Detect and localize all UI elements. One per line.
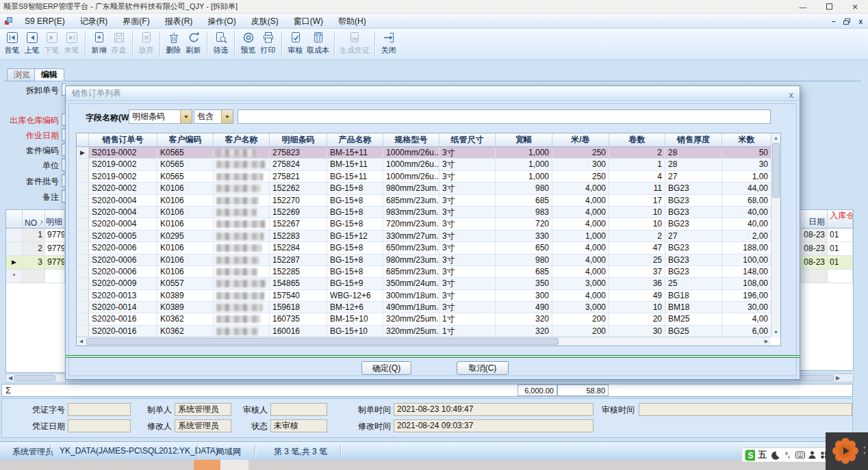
scroll-down-arrow[interactable]: ▼	[771, 328, 780, 337]
column-header-warehouse[interactable]: 入库仓库	[828, 210, 853, 228]
sales-order-row[interactable]: S2020-0004K0106152267BG-15+8720mm/23um..…	[77, 218, 780, 230]
dialog-titlebar[interactable]: 销售订单列表 x	[66, 86, 800, 101]
column-header-1[interactable]: 客户编码	[157, 133, 214, 146]
grid-row[interactable]: 08-2301	[796, 256, 853, 270]
halfmoon-icon[interactable]	[770, 449, 780, 461]
toolbar-button-cost[interactable]: 取成本	[305, 30, 331, 55]
toolbar-button-first-record[interactable]: 首笔	[2, 30, 22, 55]
column-header-4[interactable]: 产品名称	[327, 133, 383, 146]
column-header-date[interactable]: 日期	[796, 210, 828, 228]
sales-order-row[interactable]: S2020-0006K0106152284BG-15+8650mm/23um..…	[77, 242, 780, 254]
footer-field-1-3[interactable]: 2021-08-24 09:03:37	[394, 419, 593, 432]
column-header-6[interactable]: 纸管尺寸	[439, 133, 496, 146]
footer-field-0-4[interactable]	[639, 403, 852, 416]
menu-item-2[interactable]: 界面(F)	[115, 14, 157, 29]
grid-row[interactable]: ▶397792	[6, 256, 65, 270]
h-scrollbar[interactable]: ◀▶	[77, 337, 771, 345]
column-header-10[interactable]: 销售厚度	[665, 133, 722, 146]
footer-field-1-2[interactable]: 未审核	[270, 419, 327, 432]
menu-item-3[interactable]: 报表(R)	[157, 14, 201, 29]
sales-order-row[interactable]: S2020-0014K0389159618BM-12+6490mm/18um..…	[77, 302, 780, 313]
ime-mode-wubi[interactable]: 五	[758, 449, 767, 461]
column-header-9[interactable]: 卷数	[609, 133, 665, 146]
mdi-restore-button[interactable]	[843, 18, 850, 25]
detail-grid-right-fragment[interactable]: 日期入库仓库08-230108-230108-2301	[795, 209, 854, 371]
h-scroll-thumb[interactable]	[86, 338, 559, 345]
sogou-logo-icon[interactable]: S	[745, 449, 755, 461]
v-scrollbar[interactable]: ▲▼	[771, 133, 780, 337]
footer-field-0-3[interactable]: 2021-08-23 10:49:47	[394, 403, 593, 416]
sales-order-row[interactable]: S2020-0009K0557154865BG-15+9350mm/24um..…	[77, 278, 780, 289]
grid-row[interactable]: 08-2301	[796, 242, 853, 256]
mdi-close-button[interactable]: x	[858, 18, 863, 25]
dialog-close-icon[interactable]: x	[789, 88, 794, 102]
toolbar-button-preview[interactable]: 预览	[238, 30, 258, 55]
chevron-down-icon[interactable]	[221, 110, 233, 123]
chevron-down-icon[interactable]	[180, 110, 192, 123]
sales-order-grid[interactable]: 销售订单号客户编码客户名称明细条码产品名称规格型号纸管尺寸宽幅米/卷卷数销售厚度…	[76, 133, 781, 346]
keyboard-icon[interactable]	[795, 449, 805, 461]
sales-order-row[interactable]: S2020-0013K0389157540WBG-12+6300mm/18um.…	[77, 290, 780, 302]
menu-item-7[interactable]: 帮助(H)	[331, 14, 374, 29]
detail-grid-hscrollbar-right[interactable]: ▶	[795, 374, 854, 382]
column-header-0[interactable]: 销售订单号	[89, 133, 157, 146]
sales-order-row[interactable]: S2019-0002K0565275821BG-15+111000mm/26u.…	[77, 171, 780, 183]
sales-order-row[interactable]: S2020-0016K0362160735BM-15+10320mm/25um.…	[77, 313, 780, 325]
toolbar-button-prev-record[interactable]: 上笔	[22, 30, 42, 55]
detail-grid-hscrollbar-left[interactable]: ◀	[5, 374, 66, 382]
menu-item-0[interactable]: S9 ERP(E)	[17, 14, 73, 29]
v-scroll-thumb[interactable]	[772, 143, 780, 198]
toolbar-button-print[interactable]: 打印	[258, 30, 278, 55]
column-header-8[interactable]: 米/卷	[552, 133, 609, 146]
footer-field-0-2[interactable]	[270, 403, 327, 416]
menu-item-4[interactable]: 操作(O)	[200, 14, 243, 29]
grid-row[interactable]: 08-2301	[796, 229, 853, 242]
sales-order-row[interactable]: ▶S2019-0002K0565275823BM-15+111000mm/26u…	[77, 147, 780, 159]
media-player-app-icon[interactable]	[826, 432, 868, 470]
toolbar-button-refresh[interactable]: 刷新	[183, 30, 203, 55]
tab-edit[interactable]: 编辑	[34, 68, 64, 81]
ime-toolbar[interactable]: S 五 °,	[741, 447, 833, 462]
sales-order-row[interactable]: S2020-0006K0106152285BG-15+8685mm/23um..…	[77, 266, 780, 278]
column-header-detail[interactable]: 明细	[45, 210, 65, 228]
filter-field-combobox[interactable]: 明细条码	[129, 109, 192, 124]
grid-row[interactable]: *	[6, 270, 65, 283]
column-header-3[interactable]: 明细条码	[270, 133, 327, 146]
column-header-11[interactable]: 米数	[722, 133, 771, 146]
sales-order-row[interactable]: S2019-0002K0565275824BM-15+111000mm/26u.…	[77, 159, 780, 170]
close-button[interactable]: ✕	[842, 3, 868, 12]
scroll-left-arrow[interactable]: ◀	[77, 337, 86, 345]
minimize-button[interactable]: —	[790, 3, 816, 11]
filter-text-input[interactable]	[238, 109, 771, 124]
column-header-5[interactable]: 规格型号	[383, 133, 439, 146]
grid-row[interactable]: 197792	[6, 229, 65, 242]
column-header-2[interactable]: 客户名称	[214, 133, 270, 146]
toolbar-button-new[interactable]: 新增	[89, 30, 109, 55]
detail-grid-left-fragment[interactable]: NO明细197792297792▶397792*	[5, 209, 66, 373]
punctuation-icon[interactable]: °,	[782, 449, 792, 461]
maximize-button[interactable]	[816, 3, 842, 11]
column-header-7[interactable]: 宽幅	[496, 133, 552, 146]
cancel-button[interactable]: 取消(C)	[457, 361, 509, 375]
mdi-minimize-button[interactable]: –	[832, 18, 836, 25]
person-icon[interactable]	[808, 449, 817, 461]
ok-button[interactable]: 确定(Q)	[361, 361, 411, 375]
toolbar-button-filter[interactable]: 筛选	[211, 30, 231, 55]
sales-order-row[interactable]: S2020-0002K0106152262BG-15+8980mm/23um..…	[77, 183, 780, 194]
toolbar-button-delete[interactable]: 删除	[164, 30, 183, 55]
scroll-up-arrow[interactable]: ▲	[771, 133, 780, 142]
grid-row[interactable]: 297792	[6, 242, 65, 256]
sales-order-row[interactable]: S2020-0005K0295152283BG-15+12330mm/27um.…	[77, 231, 780, 242]
menu-item-6[interactable]: 窗口(W)	[286, 14, 331, 29]
menu-item-1[interactable]: 记录(R)	[73, 14, 116, 29]
sales-order-row[interactable]: S2020-0004K0106152270BG-15+8685mm/23um..…	[77, 195, 780, 207]
scroll-left-arrow[interactable]: ◀	[6, 374, 14, 382]
column-header-no[interactable]: NO	[23, 210, 45, 228]
scroll-right-arrow[interactable]: ▶	[834, 374, 842, 382]
sales-order-row[interactable]: S2020-0016K0362160016BG-15+10320mm/25um.…	[77, 326, 780, 337]
scroll-right-arrow[interactable]: ▶	[762, 337, 771, 345]
filter-operator-combobox[interactable]: 包含	[194, 109, 233, 124]
tab-browse[interactable]: 浏览	[7, 68, 37, 81]
menu-item-5[interactable]: 皮肤(S)	[244, 14, 286, 29]
toolbar-button-audit[interactable]: 审核	[285, 30, 305, 55]
